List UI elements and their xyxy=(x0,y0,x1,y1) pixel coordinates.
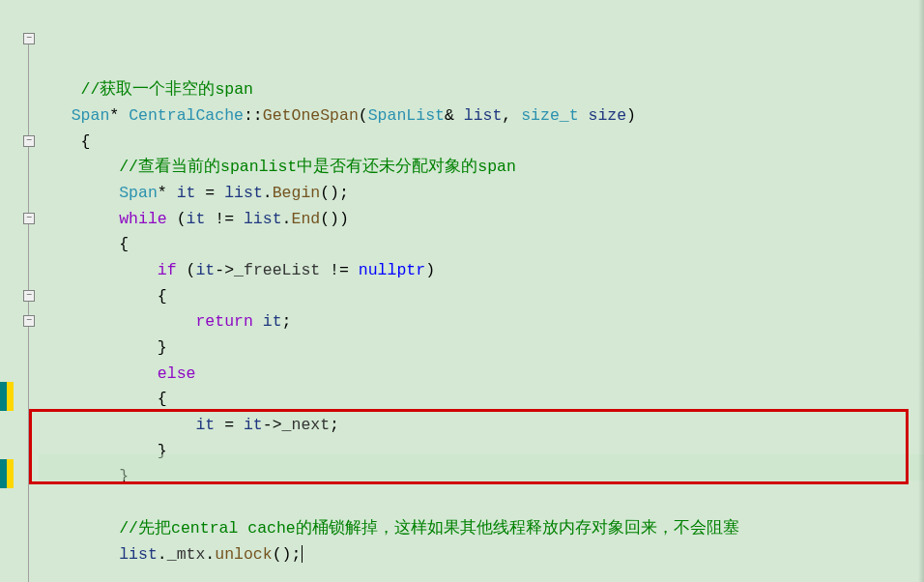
code-line[interactable]: { xyxy=(43,284,924,310)
code-line[interactable]: while (it != list.End()) xyxy=(43,207,924,233)
change-marker xyxy=(7,382,14,411)
fold-toggle-icon[interactable]: − xyxy=(23,33,35,44)
code-line[interactable] xyxy=(43,567,924,582)
fold-toggle-icon[interactable]: − xyxy=(23,315,35,327)
code-line[interactable]: Span* CentralCache::GetOneSpan(SpanList&… xyxy=(43,103,924,130)
fold-column: −−−−− xyxy=(23,0,39,582)
code-line[interactable]: it = it->_next; xyxy=(43,413,924,439)
change-marker xyxy=(0,382,7,411)
code-line[interactable]: //获取一个非空的span xyxy=(43,77,924,103)
change-marker xyxy=(0,459,7,488)
code-line[interactable]: //查看当前的spanlist中是否有还未分配对象的span xyxy=(43,155,924,181)
fold-guide-line xyxy=(28,44,29,582)
code-line[interactable]: { xyxy=(43,387,924,413)
right-shadow xyxy=(918,0,924,582)
gutter: −−−−− xyxy=(0,0,39,582)
code-line[interactable]: { xyxy=(43,232,924,258)
code-line[interactable]: { xyxy=(43,130,924,156)
fold-toggle-icon[interactable]: − xyxy=(23,213,35,224)
code-line[interactable]: } xyxy=(43,335,924,362)
code-line[interactable]: else xyxy=(43,362,924,388)
code-line[interactable] xyxy=(43,490,924,516)
code-line[interactable]: list._mtx.unlock(); xyxy=(43,542,924,568)
code-area[interactable]: //获取一个非空的span Span* CentralCache::GetOne… xyxy=(39,0,924,582)
change-marker xyxy=(7,459,14,488)
code-line[interactable]: Span* it = list.Begin(); xyxy=(43,181,924,207)
code-line[interactable]: //先把central cache的桶锁解掉，这样如果其他线程释放内存对象回来，… xyxy=(43,516,924,542)
code-line[interactable]: return it; xyxy=(43,309,924,335)
code-line[interactable]: if (it->_freeList != nullptr) xyxy=(43,258,924,284)
text-cursor xyxy=(302,545,303,563)
fold-toggle-icon[interactable]: − xyxy=(23,290,35,302)
code-line[interactable]: } xyxy=(43,464,924,490)
code-line[interactable]: } xyxy=(43,439,924,465)
code-editor[interactable]: −−−−− //获取一个非空的span Span* CentralCache::… xyxy=(0,0,924,582)
fold-toggle-icon[interactable]: − xyxy=(23,135,35,147)
